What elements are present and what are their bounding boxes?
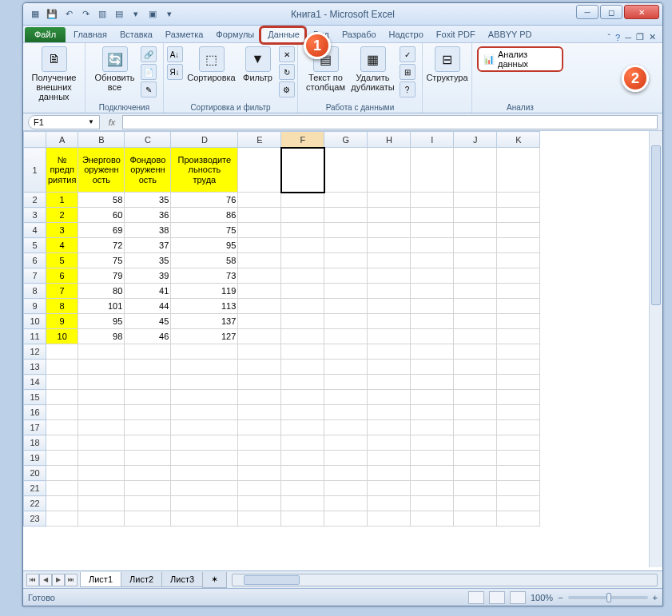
cell[interactable] bbox=[46, 496, 78, 511]
cell[interactable] bbox=[171, 360, 238, 375]
cell[interactable] bbox=[238, 253, 281, 268]
cell[interactable]: 75 bbox=[78, 253, 125, 268]
cell[interactable] bbox=[497, 193, 540, 208]
cell[interactable] bbox=[411, 193, 454, 208]
reapply-icon[interactable]: ↻ bbox=[279, 64, 295, 80]
zoom-slider[interactable] bbox=[568, 596, 648, 599]
cell[interactable] bbox=[78, 511, 125, 527]
cell[interactable] bbox=[324, 314, 368, 329]
cell[interactable] bbox=[497, 390, 540, 405]
row-header[interactable]: 8 bbox=[24, 284, 46, 299]
cell[interactable] bbox=[238, 435, 281, 451]
minimize-button[interactable]: ─ bbox=[576, 5, 598, 19]
row-header[interactable]: 23 bbox=[24, 511, 46, 527]
cell-D1[interactable]: Производительностьтруда bbox=[171, 148, 238, 193]
cell[interactable] bbox=[78, 405, 125, 420]
cell[interactable] bbox=[368, 253, 411, 268]
vertical-scrollbar[interactable] bbox=[649, 131, 662, 567]
cell[interactable] bbox=[171, 344, 238, 360]
cell[interactable] bbox=[411, 511, 454, 527]
cell[interactable] bbox=[125, 511, 171, 527]
tab-abbyy[interactable]: ABBYY PD bbox=[482, 27, 539, 42]
row-header[interactable]: 5 bbox=[24, 238, 46, 253]
cell[interactable] bbox=[238, 375, 281, 390]
cell[interactable] bbox=[238, 193, 281, 208]
cell[interactable] bbox=[497, 284, 540, 299]
cell[interactable]: 76 bbox=[171, 193, 238, 208]
row-header[interactable]: 15 bbox=[24, 390, 46, 405]
cell[interactable] bbox=[171, 496, 238, 511]
cell[interactable]: 45 bbox=[125, 314, 171, 329]
cell[interactable] bbox=[368, 435, 411, 451]
cell[interactable]: 36 bbox=[125, 208, 171, 223]
cell[interactable]: 69 bbox=[78, 223, 125, 238]
cell[interactable] bbox=[368, 299, 411, 314]
tab-nav-next-icon[interactable]: ▶ bbox=[52, 574, 65, 586]
cell[interactable] bbox=[281, 208, 324, 223]
cell[interactable]: 4 bbox=[46, 238, 78, 253]
redo-icon[interactable]: ↷ bbox=[78, 7, 93, 22]
cell[interactable] bbox=[454, 390, 497, 405]
row-header[interactable]: 2 bbox=[24, 193, 46, 208]
row-header[interactable]: 21 bbox=[24, 481, 46, 496]
cell[interactable] bbox=[454, 375, 497, 390]
cell[interactable] bbox=[368, 238, 411, 253]
cell[interactable] bbox=[454, 253, 497, 268]
cell[interactable] bbox=[497, 299, 540, 314]
page-break-icon[interactable] bbox=[510, 591, 526, 604]
cell[interactable] bbox=[368, 268, 411, 284]
cell[interactable] bbox=[454, 466, 497, 481]
cell[interactable] bbox=[368, 405, 411, 420]
col-header-C[interactable]: C bbox=[125, 132, 171, 148]
cell[interactable] bbox=[368, 390, 411, 405]
properties-icon[interactable]: 📄 bbox=[141, 64, 157, 80]
cell[interactable] bbox=[368, 284, 411, 299]
cell[interactable] bbox=[411, 148, 454, 193]
cell[interactable] bbox=[125, 481, 171, 496]
cell[interactable] bbox=[281, 223, 324, 238]
cell[interactable] bbox=[454, 481, 497, 496]
ribbon-minimize-icon[interactable]: ˇ bbox=[607, 33, 610, 42]
col-header-A[interactable]: A bbox=[46, 132, 78, 148]
cell[interactable]: 101 bbox=[78, 299, 125, 314]
cell[interactable] bbox=[411, 360, 454, 375]
cell[interactable] bbox=[497, 375, 540, 390]
select-all-cell[interactable] bbox=[24, 132, 46, 148]
cell[interactable] bbox=[411, 329, 454, 344]
cell[interactable]: 95 bbox=[78, 314, 125, 329]
cell[interactable] bbox=[368, 375, 411, 390]
cell[interactable] bbox=[324, 466, 368, 481]
cell[interactable] bbox=[324, 420, 368, 435]
cell[interactable] bbox=[281, 496, 324, 511]
cell[interactable] bbox=[324, 268, 368, 284]
cell[interactable] bbox=[78, 466, 125, 481]
data-analysis-button[interactable]: 📊 Анализ данных bbox=[477, 46, 563, 72]
cell[interactable] bbox=[238, 329, 281, 344]
cell[interactable] bbox=[368, 314, 411, 329]
clear-filter-icon[interactable]: ✕ bbox=[279, 46, 295, 62]
cell[interactable] bbox=[324, 405, 368, 420]
cell[interactable] bbox=[324, 360, 368, 375]
whatif-icon[interactable]: ? bbox=[400, 81, 416, 97]
cell[interactable] bbox=[324, 481, 368, 496]
formula-bar[interactable] bbox=[122, 115, 658, 129]
cell[interactable] bbox=[497, 466, 540, 481]
cell[interactable] bbox=[454, 344, 497, 360]
row-header[interactable]: 1 bbox=[24, 148, 46, 193]
cell[interactable] bbox=[281, 420, 324, 435]
cell[interactable] bbox=[238, 481, 281, 496]
cell[interactable] bbox=[238, 238, 281, 253]
cell[interactable] bbox=[281, 193, 324, 208]
row-header[interactable]: 17 bbox=[24, 420, 46, 435]
cell[interactable] bbox=[238, 405, 281, 420]
cell[interactable] bbox=[281, 375, 324, 390]
row-header[interactable]: 20 bbox=[24, 466, 46, 481]
cell[interactable]: 86 bbox=[171, 208, 238, 223]
cell[interactable] bbox=[497, 314, 540, 329]
col-header-J[interactable]: J bbox=[454, 132, 497, 148]
qat-more-icon[interactable]: ▾ bbox=[162, 7, 177, 22]
cell[interactable] bbox=[46, 451, 78, 466]
cell[interactable] bbox=[454, 238, 497, 253]
cell[interactable] bbox=[125, 420, 171, 435]
cell[interactable] bbox=[125, 435, 171, 451]
